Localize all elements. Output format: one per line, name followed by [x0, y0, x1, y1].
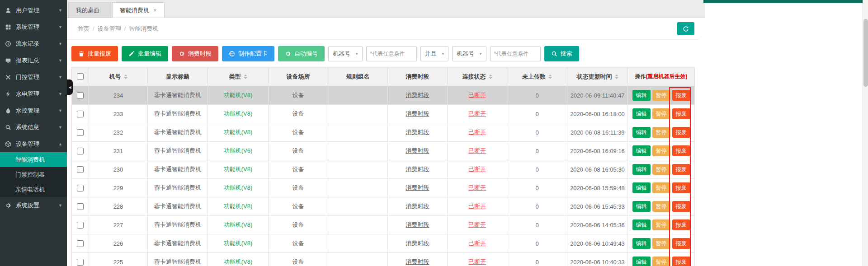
sidebar-item[interactable]: 水控管理 ▼: [0, 102, 67, 119]
row-checkbox[interactable]: [77, 148, 84, 154]
edit-button[interactable]: 编辑: [632, 219, 651, 230]
row-checkbox[interactable]: [77, 111, 84, 117]
sidebar-item[interactable]: 系统管理 ▼: [0, 19, 67, 35]
column-header[interactable]: 状态更新时间: [567, 67, 628, 86]
breadcrumb-item[interactable]: 设备管理: [98, 25, 121, 33]
sidebar-item[interactable]: 系统设置 ▼: [0, 197, 67, 214]
edit-button[interactable]: 编辑: [632, 145, 651, 156]
tab[interactable]: 智能消费机 ×: [112, 2, 165, 18]
condition-input-1[interactable]: [366, 46, 417, 61]
pause-button[interactable]: 暂停: [652, 219, 670, 230]
close-icon[interactable]: ×: [153, 7, 157, 13]
edit-button[interactable]: 编辑: [632, 127, 651, 138]
status-link[interactable]: 已断开: [468, 110, 486, 118]
pause-button[interactable]: 暂停: [652, 90, 670, 101]
status-link[interactable]: 已断开: [468, 91, 486, 99]
status-link[interactable]: 已断开: [468, 128, 486, 136]
toolbar-button[interactable]: 自动编号: [278, 46, 325, 61]
table-row[interactable]: 233 蓉卡通智能消费机 功能机(V8) 设备 消费时段 已断开 0 2020-…: [72, 105, 694, 123]
toolbar-button[interactable]: 批量报废: [71, 46, 118, 61]
edit-button[interactable]: 编辑: [632, 108, 651, 119]
pause-button[interactable]: 暂停: [652, 145, 670, 156]
status-link[interactable]: 已断开: [468, 221, 486, 229]
toolbar-button[interactable]: 消费时段: [172, 46, 218, 61]
table-row[interactable]: 230 蓉卡通智能消费机 功能机(V8) 设备 消费时段 已断开 0 2020-…: [72, 160, 694, 179]
scrap-button[interactable]: 报废: [672, 145, 690, 156]
toolbar-button[interactable]: 制作配置卡: [222, 46, 274, 61]
period-link[interactable]: 消费时段: [406, 258, 429, 266]
status-link[interactable]: 已断开: [468, 147, 486, 155]
row-checkbox[interactable]: [77, 185, 84, 191]
status-link[interactable]: 已断开: [468, 184, 486, 192]
scrap-button[interactable]: 报废: [672, 238, 690, 249]
select-all-checkbox[interactable]: [77, 73, 84, 80]
table-row[interactable]: 229 蓉卡通智能消费机 功能机(V8) 设备 消费时段 已断开 0 2020-…: [72, 179, 694, 197]
logic-select[interactable]: 并且 ▾: [420, 46, 449, 61]
sidebar-item[interactable]: 设备管理 ▲: [0, 135, 67, 152]
scrollbar[interactable]: [863, 0, 868, 266]
search-button[interactable]: 搜索: [544, 46, 579, 61]
scrap-button[interactable]: 报废: [672, 219, 690, 230]
period-link[interactable]: 消费时段: [406, 147, 429, 155]
column-header[interactable]: 显示标题: [148, 67, 208, 86]
tab[interactable]: 我的桌面: [68, 2, 111, 18]
sidebar-item[interactable]: 门禁控制器: [0, 167, 67, 182]
column-header[interactable]: 未上传数: [507, 67, 567, 86]
pause-button[interactable]: 暂停: [652, 257, 670, 266]
status-link[interactable]: 已断开: [468, 239, 486, 247]
period-link[interactable]: 消费时段: [406, 110, 429, 118]
pause-button[interactable]: 暂停: [652, 201, 670, 212]
row-checkbox[interactable]: [77, 222, 84, 229]
scrap-button[interactable]: 报废: [672, 201, 690, 212]
column-header[interactable]: 设备场所: [269, 67, 328, 86]
sidebar-item[interactable]: 系统信息 ▼: [0, 119, 67, 135]
period-link[interactable]: 消费时段: [406, 184, 429, 192]
row-checkbox[interactable]: [77, 259, 84, 266]
toolbar-button[interactable]: 批量编辑: [122, 46, 168, 61]
scrap-button[interactable]: 报废: [672, 90, 690, 101]
row-checkbox[interactable]: [77, 129, 84, 136]
breadcrumb-item[interactable]: 首页: [78, 25, 90, 33]
table-row[interactable]: 228 蓉卡通智能消费机 功能机(V8) 设备 消费时段 已断开 0 2020-…: [72, 197, 694, 216]
period-link[interactable]: 消费时段: [406, 91, 429, 99]
status-link[interactable]: 已断开: [468, 165, 486, 173]
table-row[interactable]: 225 蓉卡通智能消费机 功能机(V8) 设备 消费时段 已断开 0 2020-…: [72, 253, 694, 266]
scrap-button[interactable]: 报废: [672, 108, 690, 119]
field-select-2[interactable]: 机器号 ▾: [452, 46, 486, 61]
pause-button[interactable]: 暂停: [652, 108, 670, 119]
scrollbar-thumb[interactable]: [863, 19, 868, 87]
status-link[interactable]: 已断开: [468, 202, 486, 210]
row-checkbox[interactable]: [77, 240, 84, 247]
status-link[interactable]: 已断开: [468, 258, 486, 266]
scrap-button[interactable]: 报废: [672, 127, 690, 138]
edit-button[interactable]: 编辑: [632, 90, 651, 101]
edit-button[interactable]: 编辑: [632, 257, 651, 266]
pause-button[interactable]: 暂停: [652, 238, 670, 249]
period-link[interactable]: 消费时段: [406, 128, 429, 136]
sidebar-collapse-handle[interactable]: ◀: [67, 79, 73, 95]
field-select-1[interactable]: 机器号 ▾: [328, 46, 363, 61]
sidebar-item[interactable]: 用户管理 ▼: [0, 2, 67, 19]
scrap-button[interactable]: 报废: [672, 182, 690, 193]
pause-button[interactable]: 暂停: [652, 182, 670, 193]
edit-button[interactable]: 编辑: [632, 182, 651, 193]
sidebar-item[interactable]: 水电管理 ▼: [0, 85, 67, 102]
scrap-button[interactable]: 报废: [672, 257, 690, 266]
column-header[interactable]: 规则组名: [328, 67, 388, 86]
sidebar-item[interactable]: 门控管理 ▼: [0, 69, 67, 85]
pause-button[interactable]: 暂停: [652, 164, 670, 175]
period-link[interactable]: 消费时段: [406, 202, 429, 210]
column-header[interactable]: 连接状态: [448, 67, 507, 86]
edit-button[interactable]: 编辑: [632, 201, 651, 212]
period-link[interactable]: 消费时段: [406, 239, 429, 247]
table-row[interactable]: 231 蓉卡通智能消费机 功能机(V6) 设备 消费时段 已断开 0 2020-…: [72, 142, 694, 160]
column-header[interactable]: 消费时段: [388, 67, 448, 86]
column-header[interactable]: 类型: [208, 67, 269, 86]
condition-input-2[interactable]: [490, 46, 541, 61]
period-link[interactable]: 消费时段: [406, 165, 429, 173]
pause-button[interactable]: 暂停: [652, 127, 670, 138]
sidebar-item[interactable]: 智能消费机: [0, 152, 67, 167]
edit-button[interactable]: 编辑: [632, 238, 651, 249]
table-row[interactable]: 226 蓉卡通智能消费机 功能机(V8) 设备 消费时段 已断开 0 2020-…: [72, 234, 694, 253]
edit-button[interactable]: 编辑: [632, 164, 651, 175]
